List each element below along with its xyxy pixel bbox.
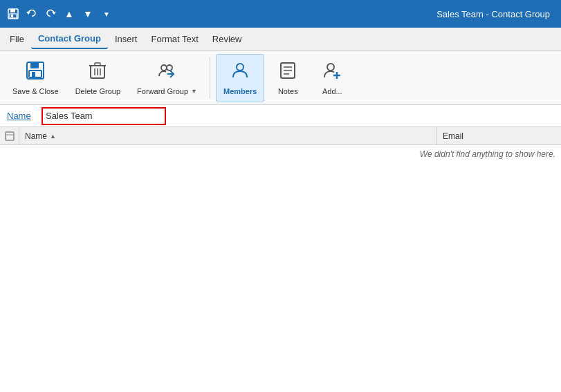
- table-body: We didn't find anything to show here.: [0, 145, 561, 392]
- save-close-label: Save & Close: [12, 87, 59, 95]
- delete-group-button[interactable]: Delete Group: [68, 54, 127, 102]
- notes-icon: [278, 61, 297, 84]
- save-titlebar-icon[interactable]: [6, 6, 21, 21]
- add-member-icon: [322, 61, 342, 84]
- forward-group-icon: [158, 61, 177, 84]
- table-name-col-header[interactable]: Name ▲: [19, 131, 436, 141]
- delete-group-label: Delete Group: [75, 87, 120, 95]
- menu-bar: File Contact Group Insert Format Text Re…: [0, 28, 561, 51]
- svg-rect-10: [95, 63, 100, 66]
- table-email-col-label: Email: [443, 131, 463, 141]
- svg-rect-5: [30, 62, 39, 68]
- content-area: We didn't find anything to show here.: [0, 145, 561, 392]
- table-icon-col: [0, 127, 19, 144]
- svg-rect-1: [10, 9, 15, 12]
- forward-group-button[interactable]: Forward Group ▼: [130, 54, 204, 102]
- notes-button[interactable]: Notes: [267, 54, 309, 102]
- ribbon-separator-1: [210, 57, 210, 99]
- members-label: Members: [223, 87, 257, 95]
- name-input[interactable]: [42, 107, 166, 125]
- table-email-col-header[interactable]: Email: [436, 127, 561, 144]
- add-label: Add...: [322, 87, 342, 95]
- svg-point-15: [167, 65, 172, 71]
- members-icon: [230, 61, 250, 84]
- svg-point-17: [237, 64, 243, 71]
- ribbon: Save & Close Delete Group: [0, 51, 561, 105]
- members-button[interactable]: Members: [216, 54, 264, 102]
- up-icon[interactable]: ▲: [62, 6, 77, 21]
- name-row: Name: [0, 105, 561, 127]
- svg-rect-25: [6, 132, 14, 140]
- title-bar: ▲ ▼ ▼ Sales Team - Contact Group: [0, 0, 561, 28]
- empty-message: We didn't find anything to show here.: [420, 149, 555, 159]
- save-close-button[interactable]: Save & Close: [6, 54, 66, 102]
- svg-point-22: [327, 64, 334, 71]
- customize-icon[interactable]: ▼: [99, 6, 114, 21]
- menu-file[interactable]: File: [3, 30, 31, 48]
- undo-icon[interactable]: [24, 6, 39, 21]
- title-bar-icons: ▲ ▼ ▼: [6, 6, 114, 21]
- menu-review[interactable]: Review: [205, 30, 249, 48]
- down-icon[interactable]: ▼: [80, 6, 95, 21]
- svg-rect-7: [32, 72, 35, 77]
- svg-rect-3: [11, 15, 13, 17]
- forward-group-dropdown-icon: ▼: [191, 88, 197, 95]
- svg-point-14: [161, 65, 167, 71]
- name-field-label[interactable]: Name: [0, 111, 42, 121]
- menu-contact-group[interactable]: Contact Group: [31, 29, 108, 49]
- forward-group-label: Forward Group: [137, 87, 188, 95]
- add-member-button[interactable]: Add...: [311, 54, 353, 102]
- delete-group-icon: [88, 61, 107, 84]
- table-name-col-label: Name: [25, 131, 47, 141]
- save-close-icon: [26, 61, 45, 84]
- table-header: Name ▲ Email: [0, 127, 561, 145]
- window-title: Sales Team - Contact Group: [118, 9, 555, 19]
- redo-icon[interactable]: [43, 6, 58, 21]
- sort-asc-icon: ▲: [50, 133, 56, 140]
- menu-format-text[interactable]: Format Text: [144, 30, 205, 48]
- menu-insert[interactable]: Insert: [108, 30, 145, 48]
- notes-label: Notes: [278, 87, 298, 95]
